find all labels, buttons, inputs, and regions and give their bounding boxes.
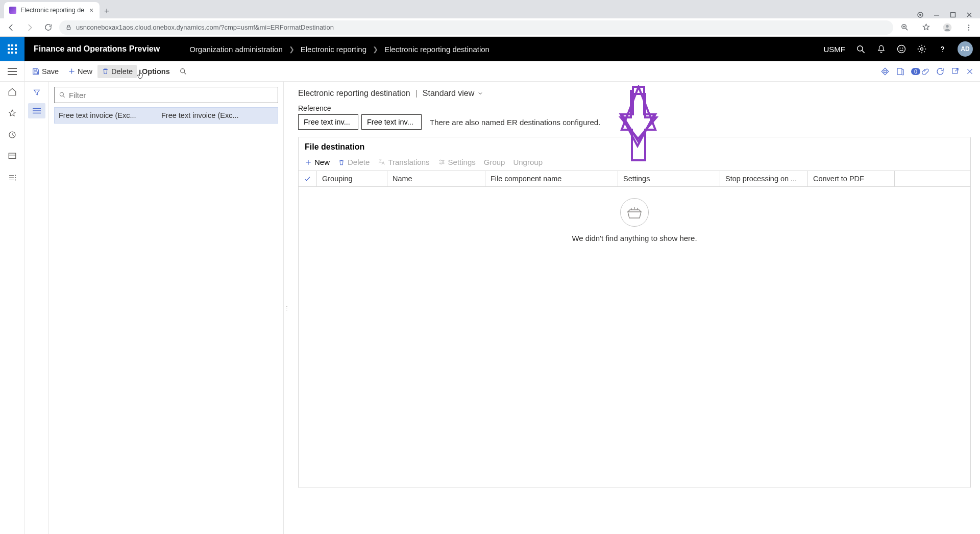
grid-select-all[interactable] <box>299 171 317 186</box>
list-item-col2: Free text invoice (Exc... <box>161 111 274 119</box>
home-icon[interactable] <box>7 87 17 97</box>
grid-col-stop[interactable]: Stop processing on ... <box>720 171 808 186</box>
splitter-handle[interactable]: ⋮ <box>284 82 289 534</box>
svg-rect-21 <box>897 68 902 75</box>
svg-point-26 <box>14 177 15 178</box>
reference-row: Free text inv... Free text inv... There … <box>298 114 971 130</box>
save-button[interactable]: Save <box>28 65 63 78</box>
address-tools <box>897 20 976 35</box>
bookmark-icon[interactable] <box>919 20 933 35</box>
search-icon[interactable] <box>855 44 866 54</box>
list-item[interactable]: Free text invoice (Exc... Free text invo… <box>54 107 278 124</box>
tab-close-icon[interactable]: × <box>88 6 94 14</box>
attachments-button[interactable]: 0 <box>911 67 929 76</box>
new-tab-button[interactable]: + <box>100 4 114 18</box>
related-icon[interactable] <box>880 67 890 76</box>
grid-col-convert[interactable]: Convert to PDF <box>808 171 895 186</box>
gear-icon[interactable] <box>917 44 927 54</box>
profile-icon[interactable] <box>940 20 954 35</box>
waffle-icon <box>8 44 17 54</box>
open-in-office-icon[interactable] <box>896 67 905 76</box>
plus-icon <box>68 67 76 75</box>
grid-col-name[interactable]: Name <box>387 171 485 186</box>
browser-forward-button[interactable] <box>22 20 37 35</box>
recent-icon[interactable] <box>7 130 17 140</box>
view-name-label: Standard view <box>423 89 474 98</box>
svg-point-8 <box>968 25 969 26</box>
grid-delete-label: Delete <box>348 158 370 166</box>
kebab-menu-icon[interactable] <box>962 20 976 35</box>
reference-field-2[interactable]: Free text inv... <box>361 114 422 130</box>
address-bar[interactable]: usnconeboxax1aos.cloud.onebox.dynamics.c… <box>59 20 893 35</box>
grid-settings-button[interactable]: Settings <box>438 158 476 166</box>
funnel-icon <box>33 88 41 96</box>
account-dot-icon[interactable] <box>917 11 924 18</box>
svg-point-13 <box>900 47 901 48</box>
url-text: usnconeboxax1aos.cloud.onebox.dynamics.c… <box>76 23 334 31</box>
svg-rect-18 <box>34 71 38 74</box>
help-icon[interactable] <box>937 44 947 54</box>
svg-point-27 <box>14 179 15 180</box>
sliders-icon <box>438 158 446 166</box>
svg-point-15 <box>921 48 923 51</box>
grid-col-settings[interactable]: Settings <box>618 171 720 186</box>
window-maximize-icon[interactable] <box>949 11 957 18</box>
action-search-button[interactable] <box>175 65 191 78</box>
grid-col-grouping[interactable]: Grouping <box>317 171 387 186</box>
breadcrumb-item[interactable]: Organization administration <box>189 45 283 54</box>
grid-group-label: Group <box>484 158 505 166</box>
feedback-icon[interactable] <box>896 44 906 54</box>
browser-back-button[interactable] <box>4 20 18 35</box>
svg-rect-17 <box>34 68 37 70</box>
options-label: Options <box>142 67 170 76</box>
svg-marker-32 <box>622 87 655 160</box>
svg-rect-4 <box>67 27 70 30</box>
chevron-down-icon <box>477 90 483 96</box>
product-name: Finance and Operations Preview <box>24 44 169 54</box>
list-lines-icon <box>33 107 41 114</box>
company-picker[interactable]: USMF <box>824 45 846 54</box>
notifications-icon[interactable] <box>876 44 886 54</box>
grid-ungroup-button[interactable]: Ungroup <box>513 158 543 166</box>
zoom-icon[interactable] <box>897 20 912 35</box>
grid-delete-button[interactable]: Delete <box>338 158 370 166</box>
window-minimize-icon[interactable] <box>933 11 940 18</box>
view-picker[interactable]: Standard view <box>423 89 483 98</box>
browser-reload-button[interactable] <box>41 20 55 35</box>
modules-icon[interactable] <box>7 173 17 183</box>
new-label: New <box>78 67 92 76</box>
workspaces-icon[interactable] <box>7 151 17 161</box>
svg-point-35 <box>440 163 442 164</box>
favorites-icon[interactable] <box>7 108 17 118</box>
refresh-icon[interactable] <box>936 67 945 76</box>
breadcrumb-item[interactable]: Electronic reporting destination <box>384 45 489 54</box>
options-button[interactable]: Options <box>138 65 174 78</box>
chevron-right-icon: ❯ <box>289 45 295 53</box>
grid-col-file-component[interactable]: File component name <box>485 171 618 186</box>
list-toggle-button[interactable] <box>28 103 45 118</box>
nav-rail <box>0 82 24 534</box>
popout-icon[interactable] <box>951 67 960 76</box>
search-icon <box>179 67 187 76</box>
nav-toggle-button[interactable] <box>0 61 24 82</box>
delete-button[interactable]: Delete <box>97 65 137 78</box>
filter-toggle-button[interactable] <box>28 85 45 100</box>
grid-translations-button[interactable]: Translations <box>378 158 429 166</box>
app-launcher-button[interactable] <box>0 37 24 61</box>
close-form-icon[interactable] <box>966 67 974 76</box>
grid-empty-state: We didn't find anything to show here. <box>299 187 970 488</box>
check-icon <box>304 175 311 183</box>
reference-field-1[interactable]: Free text inv... <box>298 114 358 130</box>
breadcrumb-item[interactable]: Electronic reporting <box>301 45 366 54</box>
browser-tab[interactable]: Electronic reporting de × <box>4 2 100 18</box>
svg-point-16 <box>942 51 943 52</box>
grid-new-button[interactable]: New <box>305 158 330 166</box>
filter-input[interactable]: Filter <box>54 87 278 103</box>
svg-point-28 <box>60 92 63 96</box>
window-controls <box>917 11 980 18</box>
new-button[interactable]: New <box>64 65 96 78</box>
svg-point-7 <box>946 25 948 27</box>
avatar[interactable]: AD <box>958 41 973 57</box>
window-close-icon[interactable] <box>966 11 973 18</box>
grid-group-button[interactable]: Group <box>484 158 505 166</box>
